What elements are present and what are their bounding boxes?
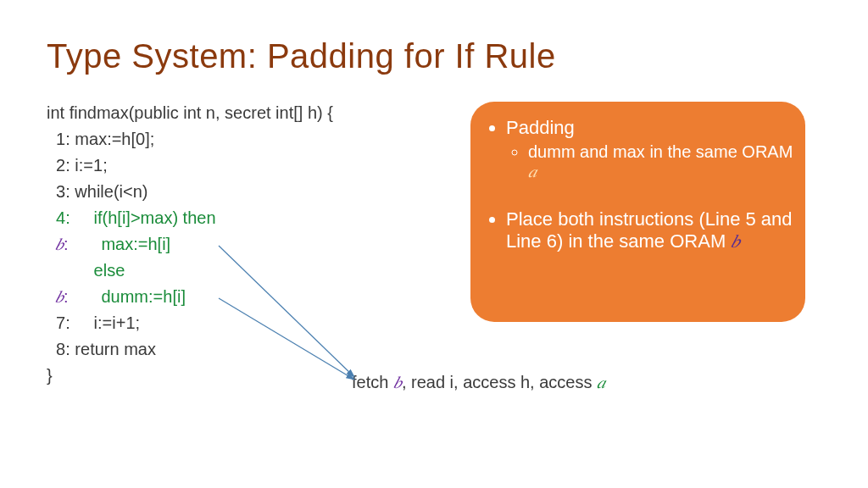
callout-box: Padding dumm and max in the same ORAM 𝑎 …	[470, 102, 805, 322]
code-line-4: 4: if(h[i]>max) then	[47, 205, 333, 231]
code-line-1: 1: max:=h[0];	[47, 126, 333, 152]
code-line-5: 𝑏: max:=h[i]	[47, 231, 333, 258]
code-line-6: 𝑏: dumm:=h[i]	[47, 284, 333, 310]
box-item-oram-b: Place both instructions (Line 5 and Line…	[506, 208, 795, 252]
code-line-2: 2: i:=1;	[47, 152, 333, 179]
box-item-padding: Padding dumm and max in the same ORAM 𝑎	[506, 117, 795, 181]
code-block: int findmax(public int n, secret int[] h…	[47, 100, 333, 389]
code-line-else: else	[47, 258, 333, 284]
box-subitem-oram-a: dumm and max in the same ORAM 𝑎	[528, 142, 795, 181]
slide-title: Type System: Padding for If Rule	[47, 37, 556, 75]
code-line-7: 7: i:=i+1;	[47, 310, 333, 336]
code-line-3: 3: while(i<n)	[47, 179, 333, 205]
code-line-9: }	[47, 363, 333, 389]
code-line-0: int findmax(public int n, secret int[] h…	[47, 100, 333, 126]
code-line-8: 8: return max	[47, 336, 333, 363]
caption-text: fetch 𝑏, read i, access h, access 𝑎	[352, 373, 605, 392]
